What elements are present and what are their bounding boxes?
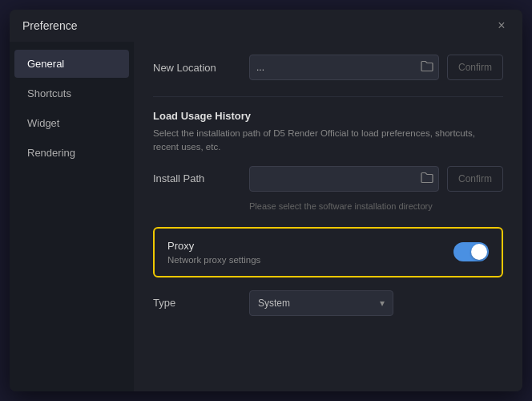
toggle-knob bbox=[471, 244, 487, 260]
type-row: Type System ▾ bbox=[153, 290, 503, 316]
new-location-label: New Location bbox=[153, 62, 241, 74]
new-location-confirm-button[interactable]: Confirm bbox=[447, 55, 503, 80]
sidebar-label-widget: Widget bbox=[27, 117, 59, 129]
new-location-input[interactable]: ... bbox=[249, 55, 439, 80]
chevron-down-icon: ▾ bbox=[380, 298, 385, 309]
load-usage-title: Load Usage History bbox=[153, 110, 503, 122]
new-location-value: ... bbox=[256, 62, 264, 73]
sidebar: General Shortcuts Widget Rendering bbox=[10, 42, 134, 391]
type-value: System bbox=[258, 298, 290, 309]
install-path-hint: Please select the software installation … bbox=[249, 201, 503, 211]
load-usage-section: Load Usage History Select the installati… bbox=[153, 110, 503, 211]
sidebar-item-widget[interactable]: Widget bbox=[14, 109, 129, 137]
sidebar-label-rendering: Rendering bbox=[27, 147, 75, 159]
title-bar: Preference × bbox=[10, 10, 522, 42]
proxy-label: Proxy bbox=[167, 240, 260, 252]
new-location-row: New Location ... Confirm bbox=[153, 55, 503, 80]
proxy-row: Proxy Network proxy settings bbox=[167, 240, 489, 265]
preference-dialog: Preference × General Shortcuts Widget Re… bbox=[10, 10, 522, 391]
install-path-input[interactable] bbox=[249, 166, 439, 192]
proxy-info: Proxy Network proxy settings bbox=[167, 240, 260, 265]
proxy-toggle[interactable] bbox=[453, 242, 489, 261]
main-content: New Location ... Confirm Load Usage bbox=[134, 42, 522, 391]
divider-1 bbox=[153, 96, 503, 97]
proxy-section: Proxy Network proxy settings bbox=[153, 227, 503, 277]
type-select[interactable]: System ▾ bbox=[249, 290, 393, 316]
install-path-row: Install Path Confirm bbox=[153, 166, 503, 192]
install-path-confirm-button[interactable]: Confirm bbox=[447, 166, 503, 192]
new-location-section: New Location ... Confirm bbox=[153, 55, 503, 80]
dialog-content: General Shortcuts Widget Rendering New L… bbox=[10, 42, 522, 391]
load-usage-description: Select the installation path of D5 Rende… bbox=[153, 127, 503, 155]
new-location-folder-icon[interactable] bbox=[421, 61, 433, 75]
proxy-description: Network proxy settings bbox=[167, 255, 260, 265]
sidebar-item-rendering[interactable]: Rendering bbox=[14, 139, 129, 167]
sidebar-item-general[interactable]: General bbox=[14, 50, 129, 78]
close-button[interactable]: × bbox=[494, 18, 510, 34]
sidebar-label-general: General bbox=[27, 58, 64, 70]
type-label: Type bbox=[153, 297, 241, 309]
sidebar-item-shortcuts[interactable]: Shortcuts bbox=[14, 79, 129, 107]
dialog-title: Preference bbox=[22, 19, 77, 32]
install-path-label: Install Path bbox=[153, 172, 241, 184]
sidebar-label-shortcuts: Shortcuts bbox=[27, 87, 71, 99]
install-path-folder-icon[interactable] bbox=[421, 172, 433, 185]
